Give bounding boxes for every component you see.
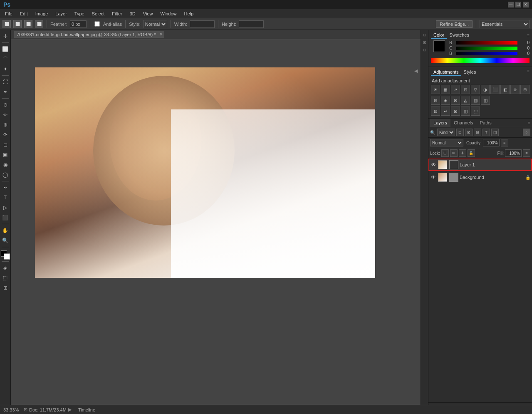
- magic-wand-tool[interactable]: ✦: [1, 64, 10, 74]
- close-button[interactable]: ✕: [523, 2, 529, 7]
- text-tool[interactable]: T: [1, 193, 10, 202]
- background-color[interactable]: [4, 253, 10, 260]
- adj-hue-sat-icon[interactable]: ◑: [481, 85, 490, 94]
- adj-icon-extra2[interactable]: ↩: [441, 107, 450, 116]
- panel-adjust-btn2[interactable]: ⊠: [421, 39, 428, 46]
- layer-filter-btn3[interactable]: ⊟: [474, 129, 481, 136]
- workspace-select[interactable]: Essentials: [480, 20, 530, 28]
- tab-adjustments[interactable]: Adjustments: [431, 69, 461, 76]
- menu-view[interactable]: View: [140, 10, 156, 17]
- layers-panel-menu[interactable]: ≡: [528, 121, 530, 125]
- menu-3d[interactable]: 3D: [126, 10, 139, 17]
- adj-exposure-icon[interactable]: ⊡: [461, 85, 470, 94]
- green-slider[interactable]: [456, 47, 517, 50]
- adj-icon-extra5[interactable]: ⬚: [471, 107, 480, 116]
- height-input[interactable]: [239, 20, 264, 28]
- tab-styles[interactable]: Styles: [461, 69, 479, 76]
- foreground-background-colors[interactable]: [1, 250, 10, 260]
- width-input[interactable]: [190, 20, 215, 28]
- eraser-tool[interactable]: ◻: [1, 140, 10, 149]
- tab-swatches[interactable]: Swatches: [447, 32, 472, 39]
- menu-edit[interactable]: Edit: [17, 10, 31, 17]
- status-icon[interactable]: ⊡: [24, 407, 27, 412]
- adj-panel-menu[interactable]: ≡: [527, 69, 530, 76]
- tab-layers[interactable]: Layers: [430, 119, 450, 127]
- adj-vibrance-icon[interactable]: ▽: [471, 85, 480, 94]
- layer-filter-btn4[interactable]: T: [483, 129, 490, 136]
- adj-icon-extra3[interactable]: ⊠: [451, 107, 460, 116]
- adj-threshold-icon[interactable]: ◭: [461, 96, 470, 105]
- selection-sub-btn[interactable]: ⬜: [24, 20, 32, 28]
- layer-row-background[interactable]: 👁 Background 🔒: [428, 171, 532, 183]
- selection-tool-btn[interactable]: ⬜: [2, 20, 11, 28]
- adj-posterize-icon[interactable]: ⊠: [451, 96, 460, 105]
- marquee-tool[interactable]: ⬜: [1, 45, 10, 54]
- canvas-tab-close[interactable]: ✕: [159, 32, 163, 37]
- adj-levels-icon[interactable]: ▦: [441, 85, 450, 94]
- adj-bw-icon[interactable]: ◧: [500, 85, 510, 94]
- menu-help[interactable]: Help: [181, 10, 197, 17]
- lock-position-btn[interactable]: ✛: [459, 149, 466, 157]
- tab-paths[interactable]: Paths: [477, 119, 495, 127]
- layer1-visibility[interactable]: 👁: [430, 161, 437, 168]
- panel-adjust-btn3[interactable]: ⊟: [421, 47, 428, 53]
- lock-all-btn[interactable]: 🔒: [468, 149, 475, 157]
- anti-alias-checkbox[interactable]: [94, 21, 100, 27]
- color-spectrum[interactable]: [431, 58, 530, 63]
- layer-row-layer1[interactable]: 👁 Layer 1: [428, 159, 532, 171]
- clone-tool[interactable]: ⊕: [1, 120, 10, 129]
- tab-color[interactable]: Color: [431, 32, 447, 39]
- blend-mode-select[interactable]: Normal: [430, 139, 463, 146]
- fill-input[interactable]: [505, 149, 522, 157]
- minimize-button[interactable]: —: [508, 2, 514, 7]
- zoom-tool[interactable]: 🔍: [1, 236, 10, 245]
- adj-color-lookup-icon[interactable]: ⊟: [431, 96, 440, 105]
- style-select[interactable]: Normal: [143, 20, 167, 28]
- blue-slider[interactable]: [456, 52, 517, 55]
- menu-select[interactable]: Select: [89, 10, 108, 17]
- crop-tool[interactable]: ⛶: [1, 77, 10, 87]
- kind-select[interactable]: Kind: [437, 129, 455, 136]
- layer-filter-toggle[interactable]: ○: [523, 129, 530, 136]
- menu-type[interactable]: Type: [71, 10, 88, 17]
- path-select-tool[interactable]: ▷: [1, 203, 10, 212]
- layer-filter-btn2[interactable]: ⊠: [465, 129, 473, 136]
- menu-layer[interactable]: Layer: [52, 10, 70, 17]
- adj-gradient-map-icon[interactable]: ▥: [471, 96, 480, 105]
- tab-channels[interactable]: Channels: [450, 119, 476, 127]
- eyedropper-tool[interactable]: ✒: [1, 87, 10, 97]
- spot-heal-tool[interactable]: ⊙: [1, 100, 10, 109]
- adj-photo-filter-icon[interactable]: ⊗: [510, 85, 520, 94]
- layer-filter-btn5[interactable]: ◫: [491, 129, 499, 136]
- selection-inter-btn[interactable]: ⬜: [35, 20, 43, 28]
- adj-color-balance-icon[interactable]: ⬛: [490, 85, 500, 94]
- menu-filter[interactable]: Filter: [109, 10, 125, 17]
- adj-curves-icon[interactable]: ↗: [451, 85, 460, 94]
- lasso-tool[interactable]: ⌒: [1, 55, 10, 64]
- lock-image-btn[interactable]: ✏: [450, 149, 458, 157]
- adj-channel-mixer-icon[interactable]: ⊞: [520, 85, 530, 94]
- quick-mask-tool[interactable]: ◈: [1, 263, 10, 273]
- maximize-button[interactable]: ❐: [515, 2, 521, 7]
- canvas-tab-label[interactable]: 7039381-cute-little-girl-hd-wallpaper.jp…: [14, 31, 164, 38]
- color-panel-menu[interactable]: ≡: [527, 33, 530, 37]
- hand-tool[interactable]: ✋: [1, 226, 10, 235]
- refine-edge-button[interactable]: Refine Edge...: [436, 20, 473, 28]
- history-brush-tool[interactable]: ⟳: [1, 130, 10, 139]
- adj-invert-icon[interactable]: ◈: [441, 96, 450, 105]
- shape-tool[interactable]: ⬛: [1, 213, 10, 222]
- blend-settings-btn[interactable]: ≡: [501, 139, 508, 146]
- menu-image[interactable]: Image: [32, 10, 52, 17]
- move-tool[interactable]: ✛: [1, 32, 10, 41]
- panel-collapse-arrow[interactable]: ◀: [414, 68, 418, 74]
- color-preview-swatch[interactable]: [433, 40, 445, 52]
- fill-settings-btn[interactable]: ≡: [523, 149, 530, 157]
- lock-transparent-btn[interactable]: ⊡: [441, 149, 449, 157]
- dodge-tool[interactable]: ◯: [1, 170, 10, 179]
- gradient-tool[interactable]: ▣: [1, 150, 10, 159]
- menu-window[interactable]: Window: [157, 10, 180, 17]
- artboard-tool[interactable]: ⊞: [1, 283, 10, 293]
- adj-icon-extra4[interactable]: ◫: [461, 107, 470, 116]
- brush-tool[interactable]: ✏: [1, 110, 10, 119]
- selection-add-btn[interactable]: ⬜: [13, 20, 22, 28]
